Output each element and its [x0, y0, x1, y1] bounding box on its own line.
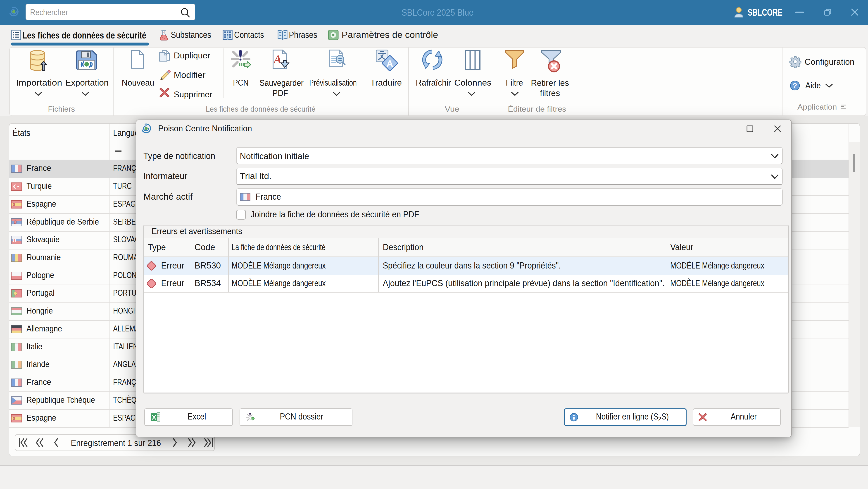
- svg-text:A: A: [386, 58, 393, 69]
- svg-text:A: A: [273, 53, 282, 66]
- svg-text:?: ?: [793, 82, 797, 90]
